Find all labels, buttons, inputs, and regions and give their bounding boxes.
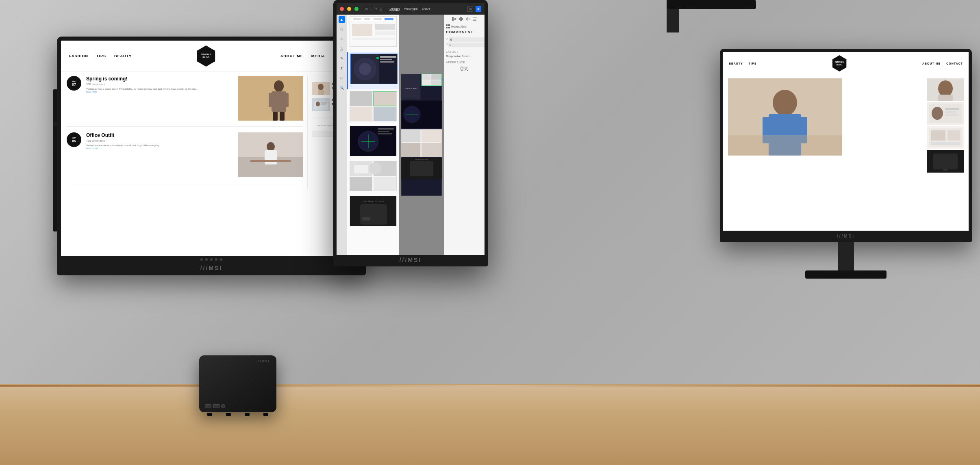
xd-select-tool[interactable]: ▲ [339,16,345,23]
blog-post-2-image-inner [238,132,303,177]
svg-text:PEACE of MIND: PEACE of MIND [404,87,417,89]
foot-4 [263,413,268,416]
svg-rect-104 [448,24,450,26]
monitor-center-base [667,0,756,9]
monitor-right-neck [838,242,854,270]
xd-tab-design[interactable]: Design [389,7,400,11]
blog-right-nav-links-2: ABOUT ME CONTACT [922,62,963,65]
nav-fashion[interactable]: FASHION [69,54,88,58]
svg-rect-124 [945,114,958,116]
artboard-item-3[interactable] [347,89,399,124]
artboard-label-1: ··· [350,48,396,50]
blog-post-2-body: Today I want to show you a simple casual… [86,144,233,147]
xd-triangle-tool[interactable]: △ [339,45,345,52]
xd-repeat-grid-btn[interactable]: Repeat Grid [446,24,483,28]
svg-rect-33 [375,24,395,30]
sidebar-post-2-img [312,98,330,111]
nav-media[interactable]: MEDIA [311,54,325,58]
svg-rect-62 [350,177,372,191]
xd-rectangle-tool[interactable]: □ [339,26,345,32]
monitor-center: ✕ — + ⌂ Design Prototype Share ▭ ▶ [333,0,488,266]
nav-tips[interactable]: TIPS [96,54,106,58]
svg-rect-28 [353,18,361,20]
xd-appearance-title: APPERANCE [446,61,483,64]
xd-tab-share[interactable]: Share [422,7,430,11]
artboard-thumb-2 [350,54,398,84]
svg-rect-94 [454,18,456,20]
align-icon-1[interactable] [451,16,457,22]
blog-right-main-image [728,78,924,173]
svg-rect-9 [269,93,274,107]
foot-1 [207,413,212,416]
artboard-item-1[interactable]: ··· [347,15,399,52]
xd-w-row: W X [446,37,483,42]
monitor-right-frame: BEAUTY TIPS SIMON'SBLOG ABOUT ME CONTACT [720,49,972,242]
svg-rect-49 [374,107,397,121]
artboard-item-2[interactable]: ··· ··· [347,52,399,89]
xd-tab-prototype[interactable]: Prototype [404,7,417,11]
svg-rect-128 [947,130,960,141]
desk-surface [0,384,980,465]
blog-post-1: Apr 07 Spring is coming! 378 comments Ye… [67,76,303,127]
svg-rect-11 [273,112,278,121]
svg-rect-24 [321,102,327,104]
xd-top-icons [446,16,483,22]
xd-circle-tool[interactable]: ○ [339,36,345,42]
blog-right-content: BEAUTY TIPS SIMON'SBLOG ABOUT ME CONTACT [723,52,969,231]
rnav-about: ABOUT ME [922,62,941,65]
monitor-right-base [805,270,887,279]
artboard-item-4[interactable] [347,124,399,159]
blog-post-1-read-more[interactable]: read more [86,91,233,93]
nav-beauty[interactable]: BEAUTY [114,54,132,58]
usb-port-1 [205,404,211,408]
align-icon-2[interactable] [458,16,464,22]
blog-post-2: Apr 05 Office Outfit 465 comments Today … [67,132,303,183]
artboard-thumb-4 [350,126,397,156]
xd-search-tool[interactable]: 🔍 [339,84,345,91]
svg-rect-68 [362,217,370,221]
svg-rect-47 [374,91,397,106]
xd-preview-icon[interactable]: ▭ [467,6,473,12]
xd-pen-tool[interactable]: ✎ [339,55,345,62]
blog-posts-main: Apr 07 Spring is coming! 378 comments Ye… [67,76,303,189]
xd-min-btn[interactable] [347,7,351,11]
blog-post-2-read-more[interactable]: read more! [86,147,233,149]
align-icon-4[interactable] [472,16,478,22]
xd-crop-tool[interactable]: ⊡ [339,75,345,81]
svg-rect-86 [401,129,420,142]
xd-main-canvas[interactable]: PEACE of MIND [399,15,444,255]
svg-rect-25 [321,104,326,105]
blog-nav: FASHION TIPS BEAUTY SIMON'SBLOG ABOUT ME… [61,41,362,72]
monitor-left-frame: FASHION TIPS BEAUTY SIMON'SBLOG ABOUT ME… [57,37,366,275]
msi-logo-left: ///MSI [61,263,362,273]
rnav-tips: TIPS [749,62,757,65]
svg-rect-77 [422,80,431,85]
svg-rect-31 [385,18,393,20]
svg-rect-34 [375,31,395,35]
nav-about[interactable]: ABOUT ME [280,54,303,58]
svg-rect-63 [374,177,397,191]
svg-rect-78 [431,80,441,85]
xd-max-btn[interactable] [354,7,359,11]
artboard-item-5[interactable] [347,159,399,194]
xd-play-icon[interactable]: ▶ [476,6,481,12]
xd-transform-section: W X H Y [446,37,483,47]
svg-rect-30 [374,18,382,20]
align-icon-3[interactable] [465,16,471,22]
xd-close-btn[interactable] [340,7,344,11]
blog-post-1-text: Spring is coming! 378 comments Yesterday… [86,76,233,121]
svg-rect-46 [350,91,372,106]
xd-h-input[interactable] [448,43,485,47]
xd-component-section: COMPONENT [446,30,483,34]
blog-post-1-image-inner [238,76,303,121]
svg-rect-115 [728,135,842,156]
artboard-item-6[interactable]: See More, Do More [347,194,399,229]
blog-right-nav: BEAUTY TIPS SIMON'SBLOG ABOUT ME CONTACT [723,52,969,75]
svg-rect-35 [352,38,395,40]
rnav-contact: CONTACT [946,62,963,65]
xd-h-label: H [446,43,448,47]
xd-w-input[interactable] [449,37,485,42]
svg-rect-10 [283,93,289,107]
xd-responsive-resize-btn[interactable]: Responsive Resize [446,55,483,58]
xd-text-tool[interactable]: T [339,65,345,71]
